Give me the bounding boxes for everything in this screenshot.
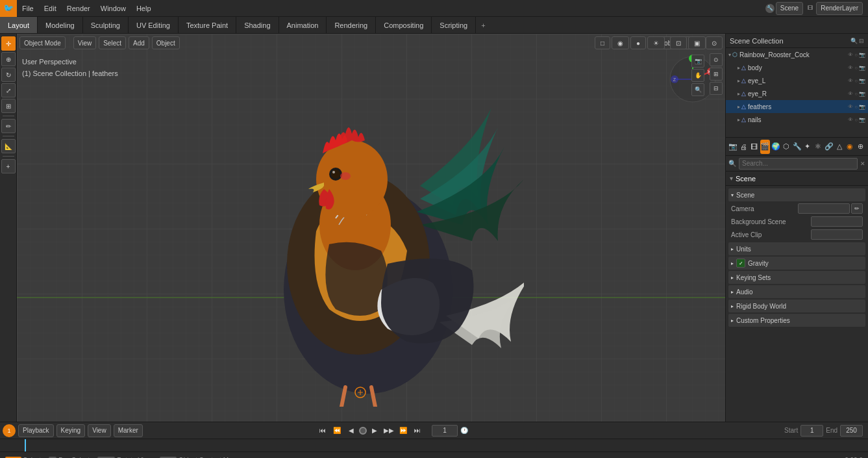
bg-scene-value[interactable]: [811, 216, 863, 227]
start-frame-input[interactable]: 1: [800, 425, 823, 437]
active-clip-value[interactable]: [811, 229, 863, 240]
eyer-render[interactable]: 📷: [859, 91, 865, 97]
tree-item-body[interactable]: ▸ △ body 👁 ○ 📷: [726, 61, 868, 74]
marker-menu[interactable]: Marker: [114, 424, 143, 437]
render-icon[interactable]: 📷: [859, 52, 865, 58]
nails-render[interactable]: 📷: [859, 117, 865, 123]
tab-shading[interactable]: Shading: [236, 17, 279, 33]
props-physics-icon[interactable]: ⚛: [813, 140, 823, 154]
material-shading[interactable]: ●: [630, 36, 646, 49]
menu-window[interactable]: Window: [95, 0, 131, 16]
tree-item-eye-l[interactable]: ▸ △ eye_L 👁 ○ 📷: [726, 74, 868, 87]
body-visibility[interactable]: 👁: [848, 65, 853, 71]
tree-item-nails[interactable]: ▸ △ nails 👁 ○ 📷: [726, 113, 868, 126]
renderlayer-selector[interactable]: RenderLayer: [816, 2, 863, 15]
xray-toggle[interactable]: ▣: [688, 36, 706, 49]
viewport-select-menu[interactable]: Select: [99, 36, 126, 49]
outliner-search-icon[interactable]: 🔍: [850, 38, 858, 44]
units-section-header[interactable]: ▸ Units: [728, 242, 865, 255]
props-search-clear[interactable]: ✕: [860, 160, 865, 167]
viewport-zoom-button[interactable]: 🔍: [691, 83, 704, 96]
eyel-render[interactable]: 📷: [859, 78, 865, 84]
eyer-visibility[interactable]: 👁: [848, 91, 853, 97]
gravity-checkbox[interactable]: ✓: [736, 259, 745, 268]
playback-play-btn[interactable]: ▶: [368, 424, 381, 437]
playback-next-frame[interactable]: ▶▶: [382, 424, 395, 437]
keying-menu[interactable]: Keying: [56, 424, 86, 437]
props-output-icon[interactable]: 🖨: [739, 140, 748, 154]
feathers-render[interactable]: 📷: [859, 104, 865, 110]
viewport-hand-button[interactable]: ✋: [691, 69, 704, 82]
outliner-filter-icon[interactable]: ⊟: [859, 38, 864, 44]
playback-prev-keyframe[interactable]: ⏪: [330, 424, 343, 437]
props-shaderfx-icon[interactable]: ⊕: [856, 140, 865, 154]
tool-move[interactable]: ⊕: [1, 52, 16, 66]
tab-modeling[interactable]: Modeling: [38, 17, 83, 33]
props-constraints-icon[interactable]: 🔗: [825, 140, 834, 154]
props-object-icon[interactable]: ⬡: [782, 140, 791, 154]
feathers-visibility[interactable]: 👁: [848, 104, 853, 110]
playback-prev-frame[interactable]: ◀: [345, 424, 358, 437]
eyel-restrict[interactable]: ○: [854, 78, 858, 84]
wireframe-shading[interactable]: □: [595, 36, 610, 49]
viewport-3d[interactable]: Object Mode View Select Add Object Globa…: [17, 34, 725, 422]
scene-section-header[interactable]: ▾ Scene: [728, 188, 865, 201]
menu-render[interactable]: Render: [62, 0, 95, 16]
playback-start-btn[interactable]: ⏮: [316, 424, 329, 437]
tool-add[interactable]: +: [1, 159, 16, 173]
props-render-icon[interactable]: 📷: [728, 140, 738, 154]
tool-scale[interactable]: ⤢: [1, 83, 16, 97]
body-render[interactable]: 📷: [859, 65, 865, 71]
viewport-extra-3[interactable]: ⊟: [710, 82, 723, 95]
tree-item-eye-r[interactable]: ▸ △ eye_R 👁 ○ 📷: [726, 87, 868, 100]
nails-restrict[interactable]: ○: [854, 117, 858, 123]
viewport-extra-1[interactable]: ⊙: [710, 53, 723, 66]
tab-layout[interactable]: Layout: [0, 17, 38, 33]
object-mode-selector[interactable]: Object Mode: [19, 36, 66, 49]
props-viewlayer-icon[interactable]: 🎞: [750, 140, 759, 154]
menu-help[interactable]: Help: [131, 0, 156, 16]
nails-visibility[interactable]: 👁: [848, 117, 853, 123]
eyel-visibility[interactable]: 👁: [848, 78, 853, 84]
tab-compositing[interactable]: Compositing: [376, 17, 432, 33]
tool-transform[interactable]: ⊞: [1, 99, 16, 113]
props-scene-icon[interactable]: 🎬: [760, 140, 769, 154]
tool-cursor[interactable]: ✛: [1, 36, 16, 51]
properties-search-input[interactable]: [739, 158, 858, 170]
tab-texture-paint[interactable]: Texture Paint: [179, 17, 236, 33]
overlay-toggle[interactable]: ⊡: [670, 36, 687, 49]
playback-menu[interactable]: Playback: [18, 424, 54, 437]
viewport-extra-2[interactable]: ⊞: [710, 68, 723, 81]
tool-annotate[interactable]: ✏: [1, 119, 16, 133]
props-objectdata-icon[interactable]: △: [835, 140, 844, 154]
tab-scripting[interactable]: Scripting: [432, 17, 476, 33]
gravity-section-header[interactable]: ▸ ✓ Gravity: [728, 257, 865, 270]
feathers-restrict[interactable]: ○: [854, 104, 858, 110]
custom-props-header[interactable]: ▸ Custom Properties: [728, 314, 865, 327]
camera-edit[interactable]: ✏: [851, 203, 863, 214]
camera-value[interactable]: [798, 203, 850, 214]
end-frame-input[interactable]: 250: [840, 425, 863, 437]
scene-selector[interactable]: Scene: [776, 2, 803, 15]
timeline-view-menu[interactable]: View: [88, 424, 111, 437]
visibility-icon[interactable]: 👁: [848, 52, 853, 58]
keying-sets-header[interactable]: ▸ Keying Sets: [728, 271, 865, 284]
tab-sculpting[interactable]: Sculpting: [83, 17, 129, 33]
current-frame-input[interactable]: 1: [432, 425, 458, 437]
playback-next-keyframe[interactable]: ⏩: [397, 424, 410, 437]
tab-rendering[interactable]: Rendering: [327, 17, 376, 33]
tab-uv-editing[interactable]: UV Editing: [129, 17, 179, 33]
rigid-body-header[interactable]: ▸ Rigid Body World: [728, 299, 865, 312]
body-restrict[interactable]: ○: [854, 65, 858, 71]
props-material-icon[interactable]: ◉: [845, 140, 854, 154]
playback-end-btn[interactable]: ⏭: [411, 424, 424, 437]
tool-rotate[interactable]: ↻: [1, 68, 16, 82]
viewport-view-menu[interactable]: View: [73, 36, 97, 49]
props-modifier-icon[interactable]: 🔧: [792, 140, 801, 154]
add-workspace-button[interactable]: +: [476, 21, 490, 29]
props-particles-icon[interactable]: ✦: [803, 140, 812, 154]
eyer-restrict[interactable]: ○: [854, 91, 858, 97]
tree-item-feathers[interactable]: ▸ △ feathers 👁 ○ 📷: [726, 100, 868, 113]
tool-measure[interactable]: 📐: [1, 139, 16, 153]
solid-shading[interactable]: ◉: [612, 36, 629, 49]
